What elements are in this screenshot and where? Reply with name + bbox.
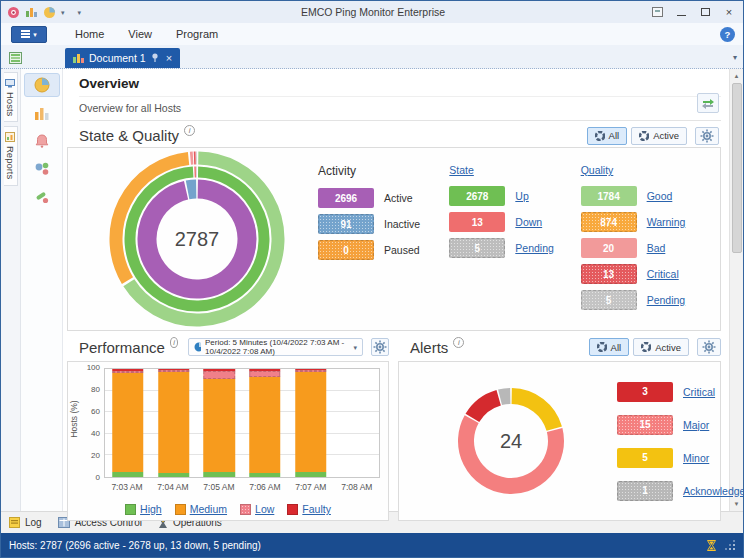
pending-quality-link[interactable]: Pending xyxy=(647,294,686,306)
rail-overview-button[interactable] xyxy=(24,73,60,97)
document-tab[interactable]: Document 1 × xyxy=(65,48,180,68)
high-link[interactable]: High xyxy=(140,503,162,515)
major-alerts-link[interactable]: Major xyxy=(683,419,709,431)
bar-segment-low[interactable] xyxy=(203,371,235,379)
performance-settings-button[interactable] xyxy=(371,338,389,356)
warning-link[interactable]: Warning xyxy=(647,216,686,228)
info-icon[interactable]: i xyxy=(170,337,178,348)
faulty-link[interactable]: Faulty xyxy=(302,503,331,515)
perf-bar-7-07-am[interactable] xyxy=(295,369,327,477)
perf-bar-7-06-am[interactable] xyxy=(249,369,281,477)
quick-access-caret-icon[interactable]: ▾ xyxy=(61,9,65,16)
alerts-segment-acknowledged[interactable] xyxy=(500,396,510,397)
y-tick-label: 20 xyxy=(91,451,100,460)
dock-tab-log[interactable]: Log xyxy=(9,517,42,528)
document-chart-icon xyxy=(73,53,84,63)
resize-grip[interactable] xyxy=(726,541,735,550)
menu-program[interactable]: Program xyxy=(164,26,230,42)
panel-tab-label: Reports xyxy=(5,146,16,179)
alerts-settings-button[interactable] xyxy=(697,338,721,356)
close-button[interactable]: × xyxy=(719,4,739,20)
good-link[interactable]: Good xyxy=(647,190,673,202)
menu-home[interactable]: Home xyxy=(63,26,116,42)
rail-states-button[interactable] xyxy=(24,157,60,181)
bar-segment-high[interactable] xyxy=(112,472,144,477)
perf-bar-7-03-am[interactable] xyxy=(112,369,144,477)
bar-segment-high[interactable] xyxy=(158,473,190,477)
tab-list-caret-icon[interactable]: ▾ xyxy=(733,53,737,62)
total-hosts-count: 2787 xyxy=(175,228,220,251)
pending-link[interactable]: Pending xyxy=(515,242,554,254)
up-link[interactable]: Up xyxy=(515,190,528,202)
bar-segment-high[interactable] xyxy=(249,473,281,477)
hosts-tab-icon xyxy=(5,78,15,88)
performance-legend: High Medium Low Faulty xyxy=(68,503,388,515)
menu-view[interactable]: View xyxy=(116,26,164,42)
quick-chart-icon[interactable] xyxy=(25,6,38,18)
scrollbar-thumb[interactable] xyxy=(732,83,742,253)
minimize-button[interactable] xyxy=(671,4,691,20)
low-link[interactable]: Low xyxy=(255,503,274,515)
menu-bar: ▾ Home View Program ? xyxy=(1,23,743,45)
status-bar: Hosts: 2787 (2696 active - 2678 up, 13 d… xyxy=(1,533,743,557)
y-tick-label: 40 xyxy=(91,429,100,438)
sq-filter-all-button[interactable]: All xyxy=(587,127,628,145)
performance-chart xyxy=(104,368,380,478)
tab-close-icon[interactable]: × xyxy=(166,52,172,64)
critical-link[interactable]: Critical xyxy=(647,268,679,280)
performance-section: Performance i Period: 5 Minutes (10/4/20… xyxy=(67,333,389,521)
medium-link[interactable]: Medium xyxy=(190,503,227,515)
alerts-filter-active-button[interactable]: Active xyxy=(633,338,689,356)
bar-segment-high[interactable] xyxy=(295,472,327,477)
pin-icon[interactable] xyxy=(151,53,159,63)
perf-bar-7-04-am[interactable] xyxy=(158,369,190,477)
inactive-label: Inactive xyxy=(384,218,420,230)
quality-header-link[interactable]: Quality xyxy=(581,164,706,176)
sq-activity-segment-inactive[interactable] xyxy=(188,189,197,190)
info-icon[interactable]: i xyxy=(184,125,195,136)
alerts-segment-minor[interactable] xyxy=(512,396,555,429)
down-link[interactable]: Down xyxy=(515,216,542,228)
auto-update-button[interactable] xyxy=(697,93,719,113)
critical-alerts-link[interactable]: Critical xyxy=(683,386,715,398)
panel-tab-reports[interactable]: Reports xyxy=(4,126,18,185)
gear-icon xyxy=(701,339,717,355)
bar-segment-medium[interactable] xyxy=(112,373,144,472)
x-tick-label: 7:03 AM xyxy=(104,482,150,492)
panel-tab-hosts[interactable]: Hosts xyxy=(4,72,18,122)
bar-segment-medium[interactable] xyxy=(158,372,190,473)
state-header-link[interactable]: State xyxy=(449,164,574,176)
rail-alerts-button[interactable] xyxy=(24,129,60,153)
quick-pie-icon[interactable] xyxy=(43,6,56,19)
acknowledged-alerts-link[interactable]: Acknowledged xyxy=(683,485,744,497)
pending-count-badge: 5 xyxy=(449,238,505,258)
sq-filter-active-button[interactable]: Active xyxy=(631,127,687,145)
alerts-filter-all-button[interactable]: All xyxy=(589,338,630,356)
x-tick-label: 7:07 AM xyxy=(288,482,334,492)
info-icon[interactable]: i xyxy=(453,337,464,348)
legend-swatch xyxy=(287,504,298,515)
perf-bar-7-05-am[interactable] xyxy=(203,369,235,477)
help-button[interactable]: ? xyxy=(720,27,735,42)
minor-alerts-link[interactable]: Minor xyxy=(683,452,709,464)
bar-segment-high[interactable] xyxy=(203,472,235,477)
bad-link[interactable]: Bad xyxy=(647,242,666,254)
toolbar-customize-caret-icon[interactable]: ▾ xyxy=(78,9,82,16)
page-subtitle: Overview for all Hosts xyxy=(79,97,721,121)
bar-segment-medium[interactable] xyxy=(295,372,327,472)
maximize-button[interactable] xyxy=(695,4,715,20)
application-menu-button[interactable]: ▾ xyxy=(11,26,47,43)
rail-performance-button[interactable] xyxy=(24,101,60,125)
hosts-panel-icon[interactable] xyxy=(5,52,25,64)
ribbon-display-button[interactable] xyxy=(647,4,667,20)
sq-settings-button[interactable] xyxy=(695,127,719,145)
bar-segment-medium[interactable] xyxy=(203,379,235,472)
alerts-segment-critical[interactable] xyxy=(472,398,498,418)
rail-tools-button[interactable] xyxy=(24,185,60,209)
bar-segment-medium[interactable] xyxy=(249,377,281,473)
list-item: 2696 Active xyxy=(318,188,443,208)
period-dropdown[interactable]: Period: 5 Minutes (10/4/2022 7:03 AM - 1… xyxy=(188,338,363,356)
scroll-up-icon[interactable]: ▲ xyxy=(734,69,740,83)
state-quality-header: State & Quality i All Active xyxy=(67,121,721,147)
activity-header: Activity xyxy=(318,164,443,178)
